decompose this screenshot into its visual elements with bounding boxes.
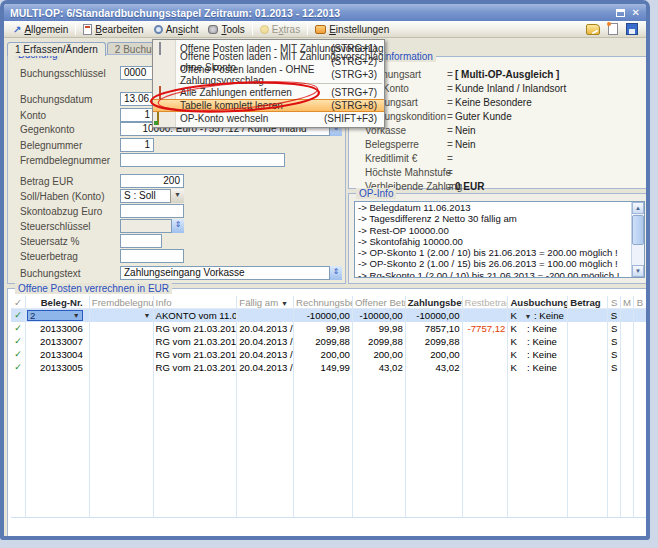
dropdown-icon[interactable]: ▼ [73,311,80,321]
column-header-zahlungsbetrag[interactable]: Zahlungsbetrag [406,296,463,308]
fremdbelegnummer-label: Fremdbelegnummer [20,155,116,166]
settings-folder-icon [315,25,326,34]
equals-sign: = [447,83,453,94]
equals-sign: = [447,167,453,178]
row-check-icon[interactable]: ✓ [11,309,26,322]
new-document-icon[interactable] [608,23,618,35]
column-header-offener-betrag[interactable]: Offener Betrag [353,296,406,308]
cell-ausbuchungsart[interactable]: K : Keine [508,348,568,361]
cell-beleg: 20133006 [26,322,90,335]
scroll-up-icon[interactable]: ▲ [632,202,644,214]
tab-erfassen-aendern[interactable]: 1 Erfassen/Ändern [7,42,106,56]
column-header-b[interactable]: B [634,296,647,308]
column-header-faellig[interactable]: Fällig am ▼ [237,296,294,308]
cell-ausbuchungsart[interactable]: K : Keine [508,361,568,374]
opinfo-listbox[interactable]: -> Belegdatum 11.06.2013 -> Tagesdiffere… [354,201,645,278]
buchungsschluessel-label: Buchungsschlüssel [20,68,116,79]
info-label: Belegsperre [365,139,419,150]
restore-icon[interactable] [616,9,625,17]
menubar-item-ansicht[interactable]: Ansicht [149,22,204,37]
menubar-item-tools[interactable]: Tools [203,22,249,37]
betrag-field[interactable]: 200 [120,174,184,188]
cell-b [634,335,647,348]
menubar-item-bearbeiten[interactable]: Bearbeiten [78,22,148,37]
toolbar-separator [252,23,253,35]
menubar-item-allgemein[interactable]: ↗ Allgemein [8,22,73,37]
buchungstext-select[interactable]: Zahlungseingang Vorkasse [120,266,342,280]
magnifier-icon [154,25,163,34]
cell-m [621,322,634,335]
open-icon[interactable] [586,24,600,35]
steuerschluessel-spinner-icon[interactable]: ⇕ [171,219,184,233]
belegnummer-label: Belegnummer [20,140,116,151]
menu-shortcut: (SHIFT+F3) [324,113,377,124]
column-header-beleg[interactable]: Beleg-Nr. [26,296,90,308]
cell-ausbuchungsart[interactable]: K : Keine [508,335,568,348]
equals-sign: = [447,97,453,108]
menubar-label: Einstellungen [329,24,389,35]
menu-item-op-konto-wechseln[interactable]: OP-Konto wechseln (SHIFT+F3) [153,112,384,125]
menubar-item-einstellungen[interactable]: Einstellungen [310,22,394,37]
cell-ausbuchungsart[interactable]: K▼ : Keine [508,309,568,322]
column-header-ausbuchungsart[interactable]: Ausbuchungsart [508,296,568,308]
column-header-info[interactable]: Info [154,296,238,308]
menu-item-alle-zahlungen-entfernen[interactable]: Alle Zahlungen entfernen (STRG+7) [153,86,384,99]
scrollbar-thumb[interactable] [632,215,644,245]
buchungstext-spinner-icon[interactable]: ⇕ [329,266,342,280]
belegnummer-field[interactable]: 1 [120,138,154,152]
skontoabzug-field[interactable] [120,204,184,218]
scroll-down-icon[interactable]: ▼ [632,265,644,277]
menu-item-op-laden-ohne[interactable]: Offene Posten landen - OHNE Zahlungsvors… [153,68,384,81]
cell-restbetrag [463,335,509,348]
row-check-icon[interactable]: ✓ [11,361,26,374]
row-check-icon[interactable]: ✓ [11,335,26,348]
fremdbelegnummer-field[interactable] [120,153,285,167]
cell-restbetrag [463,348,509,361]
menu-item-tabelle-komplett-leeren[interactable]: Tabelle komplett leeren (STRG+8) [153,99,384,112]
column-header-betrag[interactable]: Betrag [568,296,608,308]
cell-info: RG vom 21.03.2013 [154,348,238,361]
sollhaben-dropdown-icon[interactable]: ▼ [170,189,184,203]
steuerbetrag-field[interactable] [120,249,184,263]
column-header-fremdbeleg[interactable]: Fremdbelegnummer [90,296,154,308]
steuersatz-field[interactable] [120,234,162,248]
close-icon[interactable]: ✕ [632,8,640,18]
opinfo-line: -> Rg-Skonto 1 (2.00 / 10) bis 21.06.201… [355,270,644,278]
column-header-m[interactable]: M [621,296,634,308]
row-check-icon[interactable]: ✓ [11,322,26,335]
column-header-restbetrag[interactable]: Restbetrag [463,296,509,308]
tools-dropdown-menu: Offene Posten laden - MIT Zahlungsvorsch… [152,39,385,128]
cell-m [621,348,634,361]
check-column-header[interactable]: ✓ [11,296,26,308]
cell-rechnungsbetrag: 149,99 [294,361,353,374]
table-row[interactable]: ✓ 20133005 RG vom 21.03.2013 20.04.2013 … [11,361,647,374]
opinfo-line: -> OP-Skonto 1 (2.00 / 10) bis 21.06.201… [355,247,644,258]
main-content: 1 Erfassen/Ändern 2 Buchungen 3 Sach Buc… [4,39,646,536]
cell-fremdbeleg [90,335,154,348]
beleg-edit-cell[interactable]: 2▼ [27,310,83,321]
cell-faellig: 20.04.2013 /Sa [237,361,294,374]
opinfo-group-label: OP-Info [356,188,396,199]
cell-ausbuchungsart[interactable]: K : Keine [508,322,568,335]
table-row[interactable]: ✓ 20133004 RG vom 21.03.2013 20.04.2013 … [11,348,647,361]
cell-b [634,361,647,374]
column-header-s[interactable]: S [608,296,621,308]
dropdown-icon[interactable]: ▼ [144,309,151,322]
opinfo-group: OP-Info -> Belegdatum 11.06.2013 -> Tage… [348,193,650,284]
table-row[interactable]: ✓ 20133007 RG vom 21.03.2013 20.04.2013 … [11,335,647,348]
titlebar: MULTI-OP: 6/Standardbuchungsstapel Zeitr… [4,4,646,21]
konto-field[interactable]: 1 [120,108,154,122]
dropdown-icon[interactable]: ▼ [524,313,531,320]
cell-faellig: 20.04.2013 /Sa [237,348,294,361]
cell-restbetrag [463,361,509,374]
column-header-rechnungsbetrag[interactable]: Rechnungsbetrag [294,296,353,308]
cell-b [634,322,647,335]
op-table: ✓ Beleg-Nr. Fremdbelegnummer Info Fällig… [11,296,647,533]
opinfo-scrollbar[interactable]: ▲ ▼ [631,202,644,277]
save-icon[interactable] [626,23,638,35]
row-check-icon[interactable]: ✓ [11,348,26,361]
remove-icon [159,86,161,99]
info-value: [ Multi-OP-Ausgleich ] [455,69,559,80]
table-row-selected[interactable]: ✓ 2▼ ▼ AKONTO vom 11.06.201 -10000,00 -1… [11,309,647,322]
table-row[interactable]: ✓ 20133006 RG vom 21.03.2013 20.04.2013 … [11,322,647,335]
